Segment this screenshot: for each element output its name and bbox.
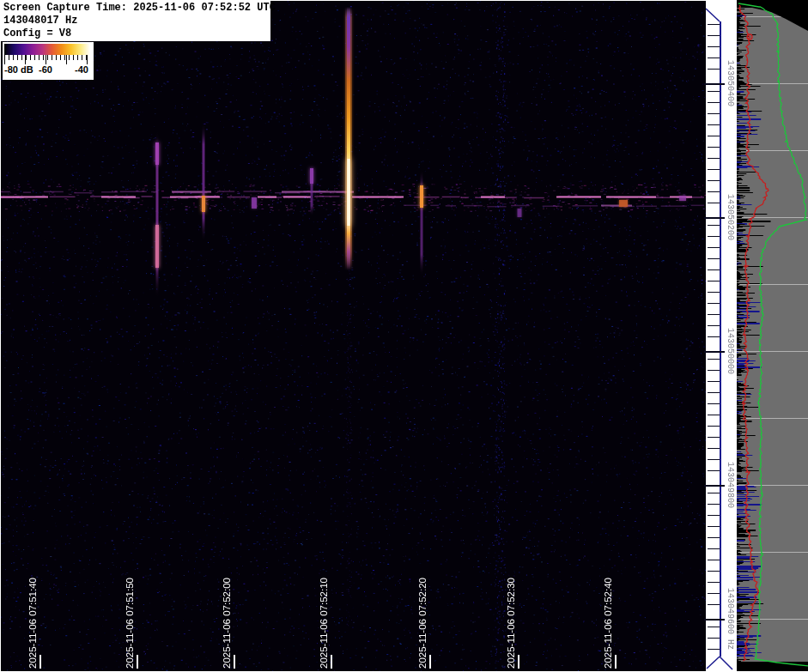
frequency-major-tick — [704, 83, 725, 85]
frequency-minor-tick — [708, 225, 720, 226]
frequency-minor-tick — [708, 136, 720, 136]
frequency-minor-tick — [708, 381, 720, 382]
time-axis-tick — [137, 655, 138, 669]
colormap-ruler-ticks — [4, 55, 90, 64]
frequency-minor-tick — [708, 392, 720, 393]
spectrum-plot-panel — [737, 0, 808, 672]
time-axis-tick — [331, 655, 332, 669]
frequency-minor-tick — [708, 24, 720, 25]
frequency-minor-tick — [708, 35, 720, 36]
time-axis-label: 2025-11-06 07:52:10 — [319, 578, 329, 669]
frequency-minor-tick — [708, 426, 720, 427]
frequency-minor-tick — [708, 515, 720, 516]
frequency-major-tick — [704, 485, 725, 487]
time-axis-tick — [39, 655, 41, 669]
frequency-minor-tick — [708, 292, 720, 293]
frequency-minor-tick — [708, 314, 720, 315]
frequency-minor-tick — [708, 91, 720, 92]
frequency-minor-tick — [708, 448, 720, 449]
frequency-axis: 1430504001430502001430500001430498001430… — [706, 0, 737, 672]
frequency-minor-tick — [708, 46, 720, 47]
frequency-minor-tick — [708, 571, 720, 572]
frequency-minor-tick — [708, 526, 720, 527]
time-axis-label: 2025-11-06 07:52:40 — [603, 578, 613, 669]
frequency-major-tick — [704, 351, 725, 353]
frequency-minor-tick — [708, 493, 720, 493]
capture-time-text: Screen Capture Time: 2025-11-06 07:52:52… — [3, 2, 270, 15]
frequency-minor-tick — [708, 325, 720, 326]
frequency-minor-tick — [708, 649, 720, 650]
frequency-minor-tick — [708, 548, 720, 549]
frequency-minor-tick — [708, 537, 720, 538]
time-axis-label: 2025-11-06 07:51:40 — [27, 578, 38, 669]
time-axis-tick — [429, 655, 431, 669]
frequency-minor-tick — [708, 638, 720, 639]
colormap-gradient-bar — [4, 44, 90, 55]
frequency-minor-tick — [708, 437, 720, 438]
frequency-minor-tick — [708, 470, 720, 471]
frequency-minor-tick — [708, 147, 720, 148]
capture-info-box: Screen Capture Time: 2025-11-06 07:52:52… — [0, 0, 270, 41]
frequency-minor-tick — [708, 403, 720, 404]
frequency-minor-tick — [708, 604, 720, 605]
time-axis-label: 2025-11-06 07:52:00 — [222, 578, 232, 669]
time-axis-label: 2025-11-06 07:52:20 — [417, 578, 428, 669]
frequency-minor-tick — [708, 370, 720, 371]
frequency-minor-tick — [708, 191, 720, 192]
frequency-minor-tick — [708, 158, 720, 159]
frequency-minor-tick — [708, 303, 720, 304]
frequency-minor-tick — [708, 102, 720, 103]
color-scale-legend: -80 dB-60-40 — [3, 42, 94, 80]
frequency-axis-label: 143050400 — [726, 60, 735, 106]
frequency-minor-tick — [708, 504, 720, 505]
frequency-axis-label: 143049800 — [726, 462, 735, 508]
frequency-minor-tick — [708, 336, 720, 337]
frequency-minor-tick — [708, 236, 720, 237]
window-border-top — [0, 0, 737, 1]
frequency-minor-tick — [708, 359, 720, 360]
time-axis-label: 2025-11-06 07:52:30 — [506, 578, 516, 669]
frequency-axis-label: 143050000 — [726, 328, 735, 374]
legend-db-label: -80 dB — [4, 64, 33, 75]
frequency-minor-tick — [708, 58, 720, 58]
time-axis-tick — [615, 655, 617, 669]
center-frequency-text: 143048017 Hz — [3, 15, 270, 27]
spectrogram-waterfall — [0, 0, 706, 672]
frequency-minor-tick — [708, 560, 720, 560]
config-text: Config = V8 — [3, 27, 270, 40]
frequency-axis-label: 143049600 Hz — [726, 588, 735, 650]
frequency-major-tick — [704, 217, 725, 219]
frequency-minor-tick — [708, 124, 720, 125]
frequency-minor-tick — [708, 203, 720, 203]
frequency-axis-label: 143050200 — [726, 194, 735, 240]
sdr-waterfall-window: Screen Capture Time: 2025-11-06 07:52:52… — [0, 0, 808, 672]
frequency-minor-tick — [708, 113, 720, 114]
frequency-minor-tick — [708, 415, 720, 415]
frequency-minor-tick — [708, 459, 720, 460]
frequency-minor-tick — [708, 627, 720, 627]
legend-db-label: -40 — [75, 64, 88, 75]
frequency-minor-tick — [708, 180, 720, 181]
frequency-minor-tick — [708, 582, 720, 583]
legend-db-label: -60 — [39, 64, 52, 75]
time-axis-label: 2025-11-06 07:51:50 — [125, 578, 135, 669]
frequency-minor-tick — [708, 593, 720, 594]
time-axis-tick — [234, 655, 235, 669]
frequency-minor-tick — [708, 258, 720, 259]
time-axis-tick — [518, 655, 519, 669]
frequency-minor-tick — [708, 247, 720, 248]
window-border-left — [0, 0, 1, 672]
frequency-major-tick — [704, 619, 725, 621]
frequency-minor-tick — [708, 269, 720, 270]
frequency-minor-tick — [708, 281, 720, 282]
frequency-minor-tick — [708, 69, 720, 70]
frequency-minor-tick — [708, 169, 720, 170]
